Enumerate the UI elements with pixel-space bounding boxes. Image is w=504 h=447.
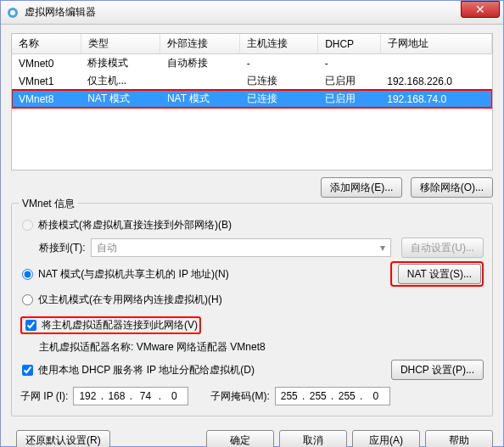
- auto-settings-button: 自动设置(U)...: [401, 237, 484, 258]
- col-subnet[interactable]: 子网地址: [380, 34, 491, 54]
- chevron-down-icon: ▾: [380, 242, 385, 254]
- nat-radio[interactable]: [22, 269, 33, 280]
- titlebar: 虚拟网络编辑器 ✕: [1, 1, 503, 25]
- bridge-to-label: 桥接到(T):: [39, 241, 86, 255]
- add-network-button[interactable]: 添加网络(E)...: [321, 177, 402, 198]
- help-button[interactable]: 帮助: [425, 430, 493, 447]
- vmnet-info-group: VMnet 信息 桥接模式(将虚拟机直接连接到外部网络)(B) 桥接到(T): …: [11, 203, 493, 416]
- bridge-label: 桥接模式(将虚拟机直接连接到外部网络)(B): [38, 218, 232, 232]
- use-dhcp-checkbox[interactable]: [22, 365, 33, 376]
- bridge-radio[interactable]: [22, 220, 33, 231]
- ok-button[interactable]: 确定: [206, 430, 274, 447]
- table-row-selected[interactable]: VMnet8 NAT 模式 NAT 模式 已连接 已启用 192.168.74.…: [12, 90, 492, 108]
- network-table[interactable]: 名称 类型 外部连接 主机连接 DHCP 子网地址 VMnet0 桥接模式 自动…: [11, 33, 493, 170]
- col-type[interactable]: 类型: [81, 34, 160, 54]
- nat-settings-button[interactable]: NAT 设置(S)...: [398, 264, 481, 284]
- remove-network-button[interactable]: 移除网络(O)...: [411, 177, 493, 198]
- cancel-button[interactable]: 取消: [279, 430, 347, 447]
- nat-label: NAT 模式(与虚拟机共享主机的 IP 地址)(N): [38, 267, 229, 282]
- apply-button[interactable]: 应用(A): [352, 430, 420, 447]
- table-row[interactable]: VMnet0 桥接模式 自动桥接 - -: [12, 54, 492, 73]
- close-button[interactable]: ✕: [461, 1, 500, 18]
- window-title: 虚拟网络编辑器: [25, 5, 498, 20]
- dhcp-settings-button[interactable]: DHCP 设置(P)...: [391, 360, 484, 380]
- col-dhcp[interactable]: DHCP: [318, 34, 381, 54]
- col-host[interactable]: 主机连接: [240, 34, 318, 54]
- adapter-name-label: 主机虚拟适配器名称: VMware 网络适配器 VMnet8: [39, 340, 266, 355]
- restore-defaults-button[interactable]: 还原默认设置(R): [16, 430, 110, 447]
- col-name[interactable]: 名称: [12, 34, 81, 54]
- mask-label: 子网掩码(M):: [210, 389, 269, 404]
- svg-point-1: [10, 10, 15, 15]
- col-ext[interactable]: 外部连接: [160, 34, 240, 54]
- app-icon: [6, 6, 20, 20]
- mask-input[interactable]: 255. 255. 255. 0: [275, 387, 390, 405]
- bridge-combo[interactable]: 自动 ▾: [91, 238, 392, 257]
- use-dhcp-label: 使用本地 DHCP 服务将 IP 地址分配给虚拟机(D): [38, 363, 255, 377]
- table-row[interactable]: VMnet1 仅主机... 已连接 已启用 192.168.226.0: [12, 72, 492, 90]
- connect-host-checkbox[interactable]: [25, 320, 36, 331]
- hostonly-radio[interactable]: [22, 294, 33, 305]
- subnet-ip-input[interactable]: 192. 168. 74. 0: [73, 387, 188, 405]
- group-legend: VMnet 信息: [19, 197, 78, 211]
- hostonly-label: 仅主机模式(在专用网络内连接虚拟机)(H): [38, 293, 222, 307]
- subnet-ip-label: 子网 IP (I):: [20, 389, 68, 404]
- connect-host-label: 将主机虚拟适配器连接到此网络(V): [42, 318, 198, 332]
